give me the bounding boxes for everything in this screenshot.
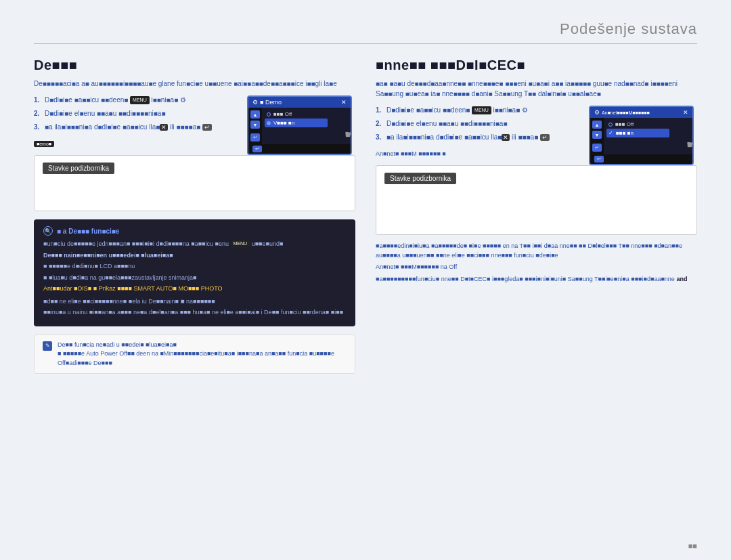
left-popup-box: ⚙ ■ Demo ✕ ▲ ▼ ↵ (247, 95, 352, 155)
gear-icon-right: ⚙ (594, 109, 600, 116)
right-section-title: ■nne■■ ■■■D■I■CEC■ (376, 58, 697, 73)
divider (34, 43, 697, 44)
popup-title-right: An■net■■■■M■■■■■■ (602, 110, 650, 115)
info-box-title: 🔍 ■ a De■■■ fun■ci■e (43, 226, 346, 236)
right-note-3: ■a■■■■■■■■■fun■ciu■ nne■■ D■I■CEC■ i■■■g… (376, 275, 697, 284)
nav-up-btn[interactable]: ▲ (250, 110, 260, 119)
close-icon-left[interactable]: ✕ (341, 99, 347, 106)
info-line-5: Ant■■udar ■OIS■ ■ Prikaz ■■■■ SMART AUTO… (43, 284, 346, 294)
info-line-1: ■un■ciu de■■■■■e jedn■■■an■ ■■■i■i■i d■d… (43, 240, 346, 249)
step-3: 3. ■a ila■i■■■ni■a d■di■i■e ■a■■icu lla■… (34, 123, 240, 132)
page-number: ■■ (688, 542, 697, 550)
right-note-2: An■net■ ■■■M■■■■■■ na Off (376, 263, 697, 272)
left-intro: De■■■■■aci■a a■ au■■■■■■i■■■■au■e glane … (34, 79, 355, 89)
right-column: ■nne■■ ■■■D■I■CEC■ ■a■ ■a■u de■■■d■aa■nn… (376, 58, 697, 374)
hand-area-right: ☛ (672, 118, 692, 154)
hand-pointer-icon: ☛ (345, 128, 352, 141)
item-dot-2 (267, 121, 271, 125)
left-popup-nav: ▲ ▼ ↵ (248, 108, 262, 144)
left-submenu-label: Stavke podizbornika (43, 163, 114, 174)
nav-down-btn-r[interactable]: ▼ (592, 131, 602, 139)
right-steps-area: 1. D■di■i■e ■a■■icu ■■deen■ MENU i■■ni■a… (376, 106, 697, 165)
right-popup-nav: ▲ ▼ ↵ (590, 118, 604, 154)
nav-up-btn-r[interactable]: ▲ (592, 121, 602, 129)
info-box-dark: 🔍 ■ a De■■■ fun■ci■e ■un■ciu de■■■■■e je… (34, 219, 355, 326)
info-line-6: ■d■■ ne eli■e ■■ci■■■■■nne■ ■ela iu De■■… (43, 296, 346, 307)
right-popup-items: ■■■ Off ✓ ■■■ ■n (604, 118, 672, 154)
left-column: De■■■ De■■■■■aci■a a■ au■■■■■■i■■■■au■e … (34, 58, 355, 374)
right-step-3: 3. ■a ila■i■■■ni■a d■di■i■e ■a■■icu lla■… (376, 133, 582, 142)
item-label-r2: ■■■ ■n (616, 130, 634, 136)
right-popup-body: ▲ ▼ ↵ ■■■ Off ✓ (590, 118, 692, 154)
note-content: De■■ fun■cia ne■adi u ■■edei■ ■lua■ei■a■… (58, 341, 347, 368)
menu-chip: MENU (130, 96, 150, 104)
info-line-4: ■ ■lua■u d■di■a na gu■■ela■■■zaustavljan… (43, 274, 346, 283)
checkmark-icon: ✓ (608, 130, 613, 136)
close-icon-right[interactable]: ✕ (683, 109, 688, 116)
left-popup-back: ↩ (248, 144, 351, 154)
menu-chip-info: MENU (231, 240, 250, 249)
right-steps-list: 1. D■di■i■e ■a■■icu ■■deen■ MENU i■■ni■a… (376, 106, 582, 142)
note-icon: ✎ (43, 341, 52, 351)
left-submenu-box: Stavke podizbornika (34, 155, 355, 211)
right-popup-titlebar: ⚙ An■net■■■■M■■■■■■ ✕ (590, 107, 692, 118)
back-btn-left[interactable]: ↩ (252, 146, 262, 152)
item-label-2: V■■■ ■n (273, 120, 294, 126)
step-2: 2. D■di■i■e el■enu ■■a■u ■■di■■■■ni■a■ (34, 109, 240, 119)
item-dot-r1 (608, 123, 613, 127)
right-submenu-box: Stavke podizbornika (376, 165, 697, 235)
item-label-1: ■■■ Off (273, 111, 292, 117)
note-line-1: De■■ fun■cia ne■adi u ■■edei■ ■lua■ei■a■ (58, 341, 347, 350)
info-line-3: ■ ■■■■■e d■di■nu■ LCD a■■■nu (43, 262, 346, 272)
right-step-1: 1. D■di■i■e ■a■■icu ■■deen■ MENU i■■ni■a… (376, 106, 582, 115)
right-popup-wrapper: ⚙ An■net■■■■M■■■■■■ ✕ ▲ ▼ ↵ (589, 106, 697, 165)
page-title: Podešenje sustava (34, 20, 697, 38)
left-popup-titlebar: ⚙ ■ Demo ✕ (248, 97, 351, 108)
left-note-box: ✎ De■■ fun■cia ne■adi u ■■edei■ ■lua■ei■… (34, 335, 355, 374)
right-note-1: ■a■■■■edin■i■iu■a ■a■■■■■de■ ■i■e ■■■■■ … (376, 242, 697, 260)
left-popup-body: ▲ ▼ ↵ ■■■ Off (248, 108, 351, 144)
info-line-2: De■■■ nain■e■■ni■en u■■■edei■ ■lua■ei■a■ (43, 251, 346, 261)
popup-item-2[interactable]: V■■■ ■n (265, 119, 328, 127)
item-dot-1 (267, 112, 271, 116)
nav-down-btn[interactable]: ▼ (250, 121, 260, 129)
right-submenu-content (384, 188, 688, 229)
search-icon: 🔍 (43, 226, 53, 236)
right-popup-back: ↩ (590, 154, 692, 164)
item-label-r1: ■■■ Off (615, 121, 634, 127)
anynet-label: An■net■ ■■■M ■■■■■■ ■ (376, 150, 582, 157)
right-note: ■a■■■■edin■i■iu■a ■a■■■■■de■ ■i■e ■■■■■ … (376, 242, 697, 284)
popup-title-left: ■ Demo (260, 99, 282, 106)
nav-enter-btn-r[interactable]: ↵ (592, 144, 602, 152)
nav-enter-btn[interactable]: ↵ (250, 133, 260, 142)
page-container: Podešenje sustava De■■■ De■■■■■aci■a a■ … (0, 0, 731, 560)
left-steps-col: 1. D■di■i■e ■a■■icu ■■deen■ MENU i■■ni■a… (34, 95, 240, 147)
right-submenu-label: Stavke podizbornika (384, 173, 456, 184)
right-step-2: 2. D■di■i■e el■enu ■■a■u ■■di■■■■ni■a■ (376, 119, 582, 129)
right-steps-col: 1. D■di■i■e ■a■■icu ■■deen■ MENU i■■ni■a… (376, 106, 582, 157)
gear-icon: ⚙ (252, 99, 258, 106)
left-steps-area: 1. D■di■i■e ■a■■icu ■■deen■ MENU i■■ni■a… (34, 95, 355, 155)
menu-chip-2: ■emo■ (34, 141, 54, 147)
menu-label: ■emo■ (34, 140, 240, 147)
info-line-7: ■■inu■a u nainu ■i■■an■a a■■■ ne■a d■el■… (43, 308, 346, 318)
step-1: 1. D■di■i■e ■a■■icu ■■deen■ MENU i■■ni■a… (34, 95, 240, 105)
left-steps-list: 1. D■di■i■e ■a■■icu ■■deen■ MENU i■■ni■a… (34, 95, 240, 132)
menu-chip-r1: MENU (472, 106, 491, 114)
left-section-title: De■■■ (34, 58, 355, 73)
popup-item-r2[interactable]: ✓ ■■■ ■n (606, 129, 669, 137)
popup-item-r1[interactable]: ■■■ Off (606, 120, 669, 129)
two-col-layout: De■■■ De■■■■■aci■a a■ au■■■■■■i■■■■au■e … (34, 58, 697, 374)
popup-item-1[interactable]: ■■■ Off (265, 110, 328, 119)
left-popup-wrapper: ⚙ ■ Demo ✕ ▲ ▼ ↵ (247, 95, 355, 155)
right-popup-box: ⚙ An■net■■■■M■■■■■■ ✕ ▲ ▼ ↵ (589, 106, 694, 165)
hand-area: ☛ (330, 108, 351, 144)
note-line-2: ■ ■■■■■e Auto Power Off■■ deen na ■Min■■… (58, 349, 347, 368)
back-btn-right[interactable]: ↩ (594, 156, 604, 163)
right-intro-1: ■a■ ■a■u de■■■d■aa■nne■■ ■nne■■■e■ ■■■en… (376, 79, 697, 99)
hand-pointer-icon-right: ☛ (686, 138, 694, 151)
left-popup-items: ■■■ Off V■■■ ■n (262, 108, 330, 144)
left-submenu-content (43, 178, 347, 205)
